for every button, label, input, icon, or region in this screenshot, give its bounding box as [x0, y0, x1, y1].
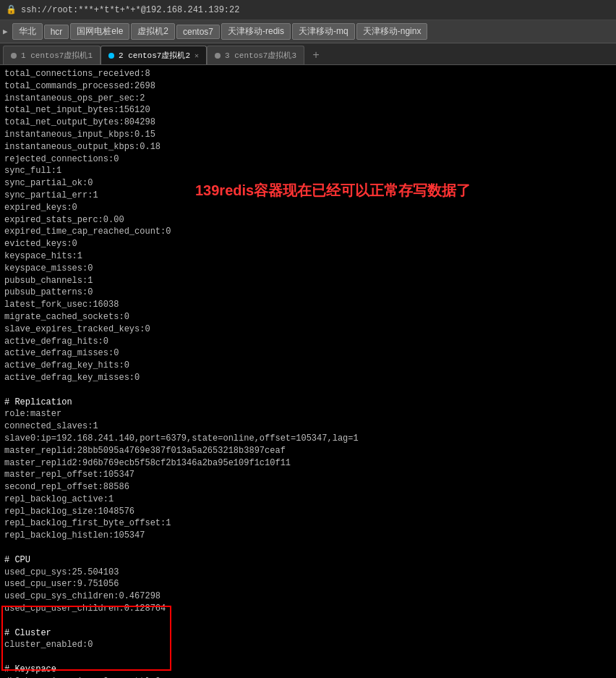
term-line-0: total_connections_received:8: [4, 68, 612, 80]
term-line-29: connected_slaves:1: [4, 420, 612, 433]
term-line-19: latest_fork_usec:16038: [4, 299, 612, 311]
term-line-24: active_defrag_key_hits:0: [4, 360, 612, 372]
terminal[interactable]: total_connections_received:8total_comman…: [0, 65, 616, 678]
term-line-16: keyspace_misses:0: [4, 263, 612, 275]
toolbar-btn-华北[interactable]: 华北: [12, 23, 43, 40]
term-line-22: active_defrag_hits:0: [4, 336, 612, 348]
toolbar-label: ▶: [3, 27, 8, 36]
add-tab-button[interactable]: +: [307, 47, 325, 64]
tab-dot-3: [215, 53, 221, 59]
term-line-7: rejected_connections:0: [4, 153, 612, 166]
term-line-45: [4, 615, 612, 627]
term-line-30: slave0:ip=192.168.241.140,port=6379,stat…: [4, 433, 612, 445]
term-line-31: master_replid:28bb5095a4769e387f013a5a26…: [4, 445, 612, 457]
term-line-36: repl_backlog_size:1048576: [4, 506, 612, 518]
term-line-44: used_cpu_user_children:0.128764: [4, 603, 612, 615]
term-line-18: pubsub_patterns:0: [4, 287, 612, 299]
tab-1[interactable]: 1 centos7虚拟机1: [3, 46, 100, 64]
toolbar-btn-虚拟机2[interactable]: 虚拟机2: [131, 23, 175, 40]
term-line-6: instantaneous_output_kbps:0.18: [4, 141, 612, 153]
term-line-35: repl_backlog_active:1: [4, 493, 612, 506]
term-line-27: # Replication: [4, 397, 612, 409]
term-line-34: second_repl_offset:88586: [4, 481, 612, 493]
term-line-3: total_net_input_bytes:156120: [4, 104, 612, 116]
term-line-42: used_cpu_user:9.751056: [4, 578, 612, 590]
term-line-2: instantaneous_ops_per_sec:2: [4, 93, 612, 105]
term-line-20: migrate_cached_sockets:0: [4, 311, 612, 323]
term-line-17: pubsub_channels:1: [4, 275, 612, 287]
term-line-15: keyspace_hits:1: [4, 250, 612, 263]
term-line-1: total_commands_processed:2698: [4, 80, 612, 93]
toolbar-btn-天津移动-redis[interactable]: 天津移动-redis: [221, 23, 291, 40]
term-line-43: used_cpu_sys_children:0.467298: [4, 590, 612, 603]
tab-dot-1: [11, 53, 17, 59]
term-line-13: expired_time_cap_reached_count:0: [4, 226, 612, 238]
term-line-37: repl_backlog_first_byte_offset:1: [4, 517, 612, 530]
tab-label-2: 2 centos7虚拟机2: [119, 50, 190, 61]
toolbar-btn-hcr[interactable]: hcr: [44, 25, 69, 39]
term-line-11: expired_keys:0: [4, 202, 612, 214]
term-line-8: sync_full:1: [4, 165, 612, 177]
title-bar: 🔒 ssh://root:***+*t*t+*+*@192.168.241.13…: [0, 0, 616, 20]
term-line-12: expired_stats_perc:0.00: [4, 214, 612, 226]
term-line-26: [4, 384, 612, 397]
toolbar: ▶ 华北hcr国网电桩ele虚拟机2centos7天津移动-redis天津移动-…: [0, 20, 616, 43]
tab-2[interactable]: 2 centos7虚拟机2✕: [100, 46, 207, 64]
toolbar-btn-centos7[interactable]: centos7: [176, 25, 220, 39]
tab-label-1: 1 centos7虚拟机1: [21, 50, 93, 61]
term-line-49: # Keyspace: [4, 664, 612, 676]
term-line-4: total_net_output_bytes:804298: [4, 116, 612, 129]
term-line-32: master_replid2:9d6b769ecb5f58cf2b1346a2b…: [4, 457, 612, 470]
term-line-28: role:master: [4, 408, 612, 420]
term-line-23: active_defrag_misses:0: [4, 347, 612, 360]
term-line-14: evicted_keys:0: [4, 238, 612, 250]
toolbar-btn-天津移动-mq[interactable]: 天津移动-mq: [292, 23, 355, 40]
term-line-40: # CPU: [4, 554, 612, 567]
tab-label-3: 3 centos7虚拟机3: [225, 50, 296, 61]
tab-dot-2: [108, 53, 114, 59]
term-line-9: sync_partial_ok:0: [4, 177, 612, 190]
term-line-25: active_defrag_key_misses:0: [4, 372, 612, 384]
term-line-39: [4, 542, 612, 554]
tab-close-2[interactable]: ✕: [194, 51, 199, 60]
term-line-33: master_repl_offset:105347: [4, 469, 612, 481]
toolbar-btn-国网电桩ele[interactable]: 国网电桩ele: [70, 23, 129, 40]
ssh-icon: 🔒: [6, 4, 17, 15]
term-line-10: sync_partial_err:1: [4, 190, 612, 202]
term-line-21: slave_expires_tracked_keys:0: [4, 323, 612, 336]
term-line-48: [4, 651, 612, 664]
term-line-46: # Cluster: [4, 627, 612, 640]
term-line-47: cluster_enabled:0: [4, 639, 612, 651]
term-line-38: repl_backlog_histlen:105347: [4, 530, 612, 542]
title-text: ssh://root:***+*t*t+*+*@192.168.241.139:…: [21, 5, 239, 15]
tab-3[interactable]: 3 centos7虚拟机3: [207, 46, 304, 64]
tabs-bar: 1 centos7虚拟机12 centos7虚拟机2✕3 centos7虚拟机3…: [0, 43, 616, 65]
toolbar-btn-天津移动-nginx[interactable]: 天津移动-nginx: [356, 23, 428, 40]
term-line-41: used_cpu_sys:25.504103: [4, 567, 612, 579]
term-line-5: instantaneous_input_kbps:0.15: [4, 129, 612, 141]
